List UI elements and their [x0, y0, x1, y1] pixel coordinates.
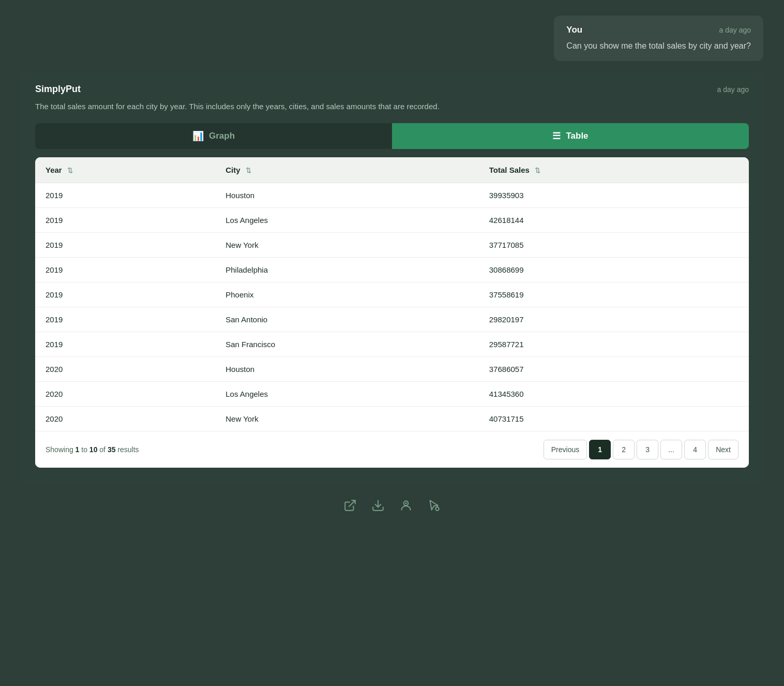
download-button[interactable] — [371, 499, 385, 512]
graph-icon: 📊 — [192, 130, 204, 142]
cell-year-2: 2019 — [35, 232, 215, 257]
cell-year-4: 2019 — [35, 282, 215, 307]
cell-year-6: 2019 — [35, 332, 215, 356]
cell-year-3: 2019 — [35, 257, 215, 282]
page-2-button[interactable]: 2 — [613, 440, 635, 459]
cell-city-8: Los Angeles — [215, 381, 479, 406]
table-row: 2020 Los Angeles 41345360 — [35, 381, 749, 406]
table-row: 2019 Houston 39935903 — [35, 183, 749, 207]
table-container: Year ⇅ City ⇅ Total Sales ⇅ 2019 Houston — [35, 157, 749, 468]
cell-total-sales-5: 29820197 — [479, 307, 749, 332]
cell-year-5: 2019 — [35, 307, 215, 332]
svg-point-3 — [405, 502, 406, 504]
table-row: 2020 Houston 37686057 — [35, 356, 749, 381]
action-icons-bar — [343, 499, 441, 512]
export-button[interactable] — [343, 499, 357, 512]
tab-table-label: Table — [566, 131, 588, 141]
cell-total-sales-4: 37558619 — [479, 282, 749, 307]
cell-city-9: New York — [215, 406, 479, 431]
pagination-from: 1 — [76, 445, 80, 454]
response-description: The total sales amount for each city by … — [35, 101, 749, 113]
user-button[interactable] — [399, 499, 413, 512]
cell-total-sales-6: 29587721 — [479, 332, 749, 356]
page-3-button[interactable]: 3 — [637, 440, 658, 459]
col-city-label: City — [225, 166, 240, 174]
sort-city-icon: ⇅ — [246, 167, 251, 174]
cell-city-4: Phoenix — [215, 282, 479, 307]
cell-total-sales-1: 42618144 — [479, 207, 749, 232]
pagination-to-label: to — [81, 445, 89, 454]
cell-city-2: New York — [215, 232, 479, 257]
cell-year-8: 2020 — [35, 381, 215, 406]
next-button[interactable]: Next — [708, 440, 738, 459]
cell-city-1: Los Angeles — [215, 207, 479, 232]
table-row: 2019 Los Angeles 42618144 — [35, 207, 749, 232]
page-4-button[interactable]: 4 — [684, 440, 706, 459]
sort-year-icon: ⇅ — [67, 167, 73, 174]
pagination-results-label: results — [117, 445, 139, 454]
pagination-controls: Previous 1 2 3 ... 4 Next — [544, 440, 738, 459]
user-name: You — [566, 25, 582, 35]
table-row: 2019 San Francisco 29587721 — [35, 332, 749, 356]
user-message-text: Can you show me the total sales by city … — [566, 40, 751, 52]
cell-year-0: 2019 — [35, 183, 215, 207]
pagination-info: Showing 1 to 10 of 35 results — [46, 445, 139, 454]
col-year-label: Year — [46, 166, 62, 174]
col-total-sales-label: Total Sales — [489, 166, 530, 174]
cell-year-9: 2020 — [35, 406, 215, 431]
brand-name: SimplyPut — [35, 84, 81, 95]
table-row: 2019 San Antonio 29820197 — [35, 307, 749, 332]
cell-total-sales-3: 30868699 — [479, 257, 749, 282]
response-timestamp: a day ago — [717, 85, 749, 94]
tab-table[interactable]: ☰ Table — [392, 123, 749, 149]
sort-total-sales-icon: ⇅ — [535, 167, 540, 174]
col-header-city[interactable]: City ⇅ — [215, 157, 479, 183]
tab-graph[interactable]: 📊 Graph — [35, 123, 392, 149]
cell-city-0: Houston — [215, 183, 479, 207]
cell-city-5: San Antonio — [215, 307, 479, 332]
cell-total-sales-0: 39935903 — [479, 183, 749, 207]
col-header-year[interactable]: Year ⇅ — [35, 157, 215, 183]
user-message-container: You a day ago Can you show me the total … — [21, 16, 763, 61]
pagination-total: 35 — [108, 445, 116, 454]
cell-city-6: San Francisco — [215, 332, 479, 356]
table-row: 2020 New York 40731715 — [35, 406, 749, 431]
prev-button[interactable]: Previous — [544, 440, 587, 459]
col-header-total-sales[interactable]: Total Sales ⇅ — [479, 157, 749, 183]
table-row: 2019 Phoenix 37558619 — [35, 282, 749, 307]
table-header-row: Year ⇅ City ⇅ Total Sales ⇅ — [35, 157, 749, 183]
pagination-showing-label: Showing — [46, 445, 76, 454]
svg-line-0 — [349, 500, 355, 506]
user-message-bubble: You a day ago Can you show me the total … — [554, 16, 763, 61]
cell-city-3: Philadelphia — [215, 257, 479, 282]
user-timestamp: a day ago — [719, 26, 751, 34]
tab-switcher: 📊 Graph ☰ Table — [35, 123, 749, 149]
cell-year-1: 2019 — [35, 207, 215, 232]
table-row: 2019 Philadelphia 30868699 — [35, 257, 749, 282]
pagination-row: Showing 1 to 10 of 35 results Previous 1… — [35, 431, 749, 468]
response-card: SimplyPut a day ago The total sales amou… — [21, 71, 763, 482]
cell-total-sales-2: 37717085 — [479, 232, 749, 257]
response-header: SimplyPut a day ago — [35, 84, 749, 95]
cell-city-7: Houston — [215, 356, 479, 381]
cursor-button[interactable] — [427, 499, 441, 512]
data-table: Year ⇅ City ⇅ Total Sales ⇅ 2019 Houston — [35, 157, 749, 431]
pagination-of-label: of — [99, 445, 108, 454]
tab-graph-label: Graph — [209, 131, 235, 141]
cell-total-sales-8: 41345360 — [479, 381, 749, 406]
page-ellipsis: ... — [660, 440, 682, 459]
page-1-button[interactable]: 1 — [589, 440, 611, 459]
cell-total-sales-7: 37686057 — [479, 356, 749, 381]
pagination-to: 10 — [89, 445, 98, 454]
table-icon: ☰ — [552, 130, 561, 142]
user-message-header: You a day ago — [566, 25, 751, 35]
table-row: 2019 New York 37717085 — [35, 232, 749, 257]
cell-total-sales-9: 40731715 — [479, 406, 749, 431]
cell-year-7: 2020 — [35, 356, 215, 381]
